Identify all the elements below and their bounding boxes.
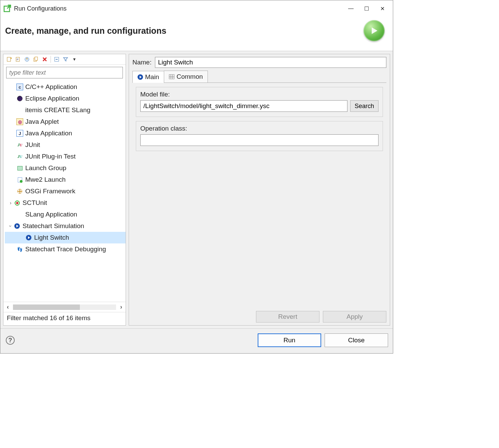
- tab-common-label: Common: [176, 73, 203, 80]
- delete-icon[interactable]: [41, 56, 48, 63]
- new-prototype-icon[interactable]: P: [14, 56, 22, 63]
- play-icon: [25, 234, 32, 241]
- blank-icon: [16, 107, 23, 114]
- run-button[interactable]: Run: [258, 333, 321, 347]
- dialog-footer: ? Run Close: [0, 328, 393, 353]
- svg-rect-7: [35, 57, 38, 60]
- tree-item-junit-plugin-test[interactable]: JUJUnit Plug-in Test: [5, 151, 126, 162]
- new-config-icon[interactable]: ✦: [5, 56, 13, 63]
- tree-item-java-application[interactable]: JJava Application: [5, 128, 126, 139]
- config-tree-panel: ✦ P ▼ cC/C++ Application Eclipse Applica…: [3, 54, 126, 326]
- model-file-group: Model file: Search: [136, 87, 383, 117]
- close-button[interactable]: Close: [325, 333, 388, 347]
- revert-button[interactable]: Revert: [256, 311, 319, 323]
- tree-item-statechart-trace-debugging[interactable]: 👣Statechart Trace Debugging: [5, 243, 126, 255]
- scroll-right-icon[interactable]: ›: [119, 303, 124, 311]
- launch-group-icon: [16, 165, 23, 171]
- help-icon[interactable]: ?: [6, 336, 15, 345]
- name-input[interactable]: [155, 57, 386, 68]
- filter-input[interactable]: [6, 67, 123, 78]
- dialog-header: Create, manage, and run configurations: [0, 17, 393, 51]
- horizontal-scrollbar[interactable]: ‹ ›: [3, 302, 126, 312]
- svg-text:P: P: [17, 58, 18, 61]
- expand-icon[interactable]: ›: [8, 200, 14, 206]
- junit-icon: JU: [16, 141, 23, 148]
- titlebar: Run Configurations — ☐ ✕: [0, 0, 393, 17]
- model-file-label: Model file:: [140, 91, 379, 98]
- model-file-input[interactable]: [140, 100, 347, 112]
- footsteps-icon: 👣: [16, 246, 23, 253]
- tree-item-statechart-simulation[interactable]: ›Statechart Simulation: [5, 220, 126, 232]
- duplicate-icon[interactable]: [32, 56, 40, 63]
- operation-class-group: Operation class:: [136, 121, 383, 151]
- name-label: Name:: [132, 59, 152, 66]
- grid-icon: [169, 74, 174, 79]
- tree-item-osgi-framework[interactable]: OSGi Framework: [5, 185, 126, 197]
- export-icon[interactable]: [23, 56, 31, 63]
- java-app-icon: J: [16, 130, 23, 137]
- collapse-all-icon[interactable]: [53, 56, 60, 63]
- tab-body-main: Model file: Search Operation class:: [132, 83, 386, 308]
- mwe2-icon: [16, 176, 23, 183]
- toolbar-separator: [51, 56, 51, 63]
- config-editor-panel: Name: Main Common Model file: Search Ope…: [129, 54, 390, 326]
- play-icon: [138, 74, 143, 80]
- tree-item-java-applet[interactable]: ◎Java Applet: [5, 116, 126, 128]
- sctunit-icon: [14, 199, 20, 206]
- tab-main[interactable]: Main: [132, 71, 164, 83]
- tree-item-slang-application[interactable]: SLang Application: [5, 209, 126, 220]
- tree-item-light-switch[interactable]: Light Switch: [5, 232, 126, 243]
- header-title: Create, manage, and run configurations: [5, 26, 363, 36]
- filter-status: Filter matched 16 of 16 items: [3, 312, 126, 325]
- apply-button[interactable]: Apply: [323, 311, 386, 323]
- tree-item-eclipse-application[interactable]: Eclipse Application: [5, 93, 126, 104]
- scroll-track[interactable]: [13, 304, 116, 310]
- tab-main-label: Main: [145, 73, 159, 81]
- tree-toolbar: ✦ P ▼: [3, 54, 126, 65]
- operation-class-input[interactable]: [140, 134, 379, 146]
- tree-item-junit[interactable]: JUJUnit: [5, 139, 126, 151]
- config-tree[interactable]: cC/C++ Application Eclipse Application i…: [3, 80, 126, 302]
- tree-item-mwe2-launch[interactable]: Mwe2 Launch: [5, 174, 126, 185]
- play-icon: [14, 223, 20, 229]
- junit-plugin-icon: JU: [16, 153, 23, 160]
- eclipse-icon: [16, 95, 23, 102]
- c-icon: c: [16, 84, 23, 90]
- run-configurations-dialog: Run Configurations — ☐ ✕ Create, manage,…: [0, 0, 393, 354]
- tree-item-itemis-create-slang[interactable]: itemis CREATE SLang: [5, 104, 126, 116]
- svg-text:✦: ✦: [10, 57, 12, 60]
- scroll-left-icon[interactable]: ‹: [5, 303, 10, 311]
- scroll-thumb[interactable]: [13, 304, 80, 310]
- minimize-button[interactable]: —: [343, 3, 359, 14]
- close-window-button[interactable]: ✕: [374, 3, 390, 14]
- blank-icon: [16, 211, 23, 218]
- tab-common[interactable]: Common: [164, 71, 208, 83]
- revert-apply-row: Revert Apply: [132, 308, 386, 323]
- window-title: Run Configurations: [14, 5, 343, 12]
- osgi-icon: [16, 188, 23, 195]
- filter-icon[interactable]: [62, 56, 69, 63]
- collapse-icon[interactable]: ›: [8, 223, 13, 229]
- run-orb-icon: [363, 20, 385, 41]
- content-area: ✦ P ▼ cC/C++ Application Eclipse Applica…: [0, 51, 393, 328]
- tree-item-launch-group[interactable]: Launch Group: [5, 162, 126, 174]
- tree-item-c-cpp-application[interactable]: cC/C++ Application: [5, 81, 126, 93]
- app-icon: [3, 4, 11, 13]
- search-button[interactable]: Search: [350, 100, 379, 112]
- view-menu-icon[interactable]: ▼: [71, 56, 78, 63]
- name-row: Name:: [132, 57, 386, 68]
- tree-item-sctunit[interactable]: ›SCTUnit: [5, 197, 126, 209]
- maximize-button[interactable]: ☐: [359, 3, 374, 14]
- operation-class-label: Operation class:: [140, 125, 379, 132]
- tab-bar: Main Common: [132, 71, 386, 83]
- java-applet-icon: ◎: [16, 118, 23, 125]
